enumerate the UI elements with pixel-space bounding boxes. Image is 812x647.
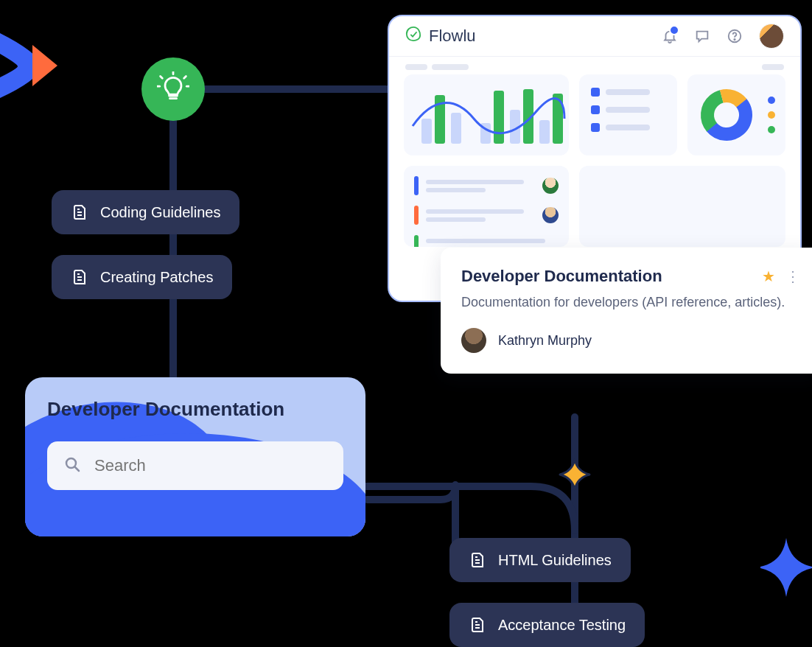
svg-point-8 (66, 458, 76, 468)
widget-empty[interactable] (579, 166, 785, 247)
notification-dot (669, 25, 679, 35)
brand: Flowlu (405, 26, 476, 46)
search-card-title: Developer Documentation (47, 398, 343, 421)
search-card: Developer Documentation (25, 377, 365, 536)
widget-chart[interactable] (404, 74, 569, 155)
doc-detail-card: Developer Documentation ★ ⋮ Documentatio… (441, 248, 812, 374)
decorative-sparkle-right-icon (760, 534, 812, 601)
search-icon (63, 455, 81, 476)
star-icon[interactable]: ★ (762, 267, 775, 285)
lightbulb-icon (157, 71, 189, 107)
pill-creating-patches[interactable]: Creating Patches (52, 255, 232, 299)
svg-line-5 (184, 76, 186, 78)
avatar (461, 328, 486, 353)
document-icon (71, 203, 88, 221)
brand-name: Flowlu (429, 27, 476, 46)
document-icon (71, 268, 88, 286)
avatar[interactable] (759, 24, 784, 49)
svg-line-4 (161, 76, 163, 78)
pill-label: Coding Guidelines (100, 204, 220, 221)
svg-point-11 (734, 39, 735, 40)
search-box[interactable] (47, 441, 343, 490)
pill-label: Creating Patches (100, 269, 213, 286)
pill-coding-guidelines[interactable]: Coding Guidelines (52, 190, 239, 234)
help-icon[interactable] (727, 28, 743, 44)
svg-line-9 (75, 467, 79, 471)
doc-card-title: Developer Documentation (461, 267, 762, 286)
widget-list[interactable] (579, 74, 677, 155)
bell-icon[interactable] (662, 28, 678, 44)
sparkle-icon (559, 458, 591, 491)
dashboard-topbar: Flowlu (389, 16, 800, 57)
pill-label: Acceptance Testing (498, 617, 626, 634)
svg-rect-12 (421, 119, 432, 144)
doc-card-description: Documentation for developers (API refere… (461, 293, 802, 312)
search-input[interactable] (93, 455, 327, 476)
document-icon (469, 551, 486, 569)
dashboard-widgets (389, 74, 800, 262)
pill-html-guidelines[interactable]: HTML Guidelines (449, 538, 631, 582)
author-name: Kathryn Murphy (498, 333, 592, 349)
widget-tasks[interactable] (404, 166, 569, 247)
breadcrumb-placeholder (389, 57, 800, 74)
pill-label: HTML Guidelines (498, 552, 612, 569)
brand-leaf-icon (405, 26, 421, 46)
widget-donut[interactable] (687, 74, 785, 155)
document-icon (469, 616, 486, 634)
svg-rect-16 (539, 120, 550, 144)
chat-icon[interactable] (694, 28, 710, 44)
more-icon[interactable]: ⋮ (785, 267, 802, 285)
svg-rect-18 (494, 91, 504, 144)
svg-rect-13 (451, 113, 461, 144)
doc-card-author: Kathryn Murphy (461, 328, 802, 353)
decorative-arrow-icon (0, 26, 59, 99)
pill-acceptance-testing[interactable]: Acceptance Testing (449, 603, 645, 647)
idea-hub (141, 57, 205, 121)
donut-legend (768, 97, 775, 133)
